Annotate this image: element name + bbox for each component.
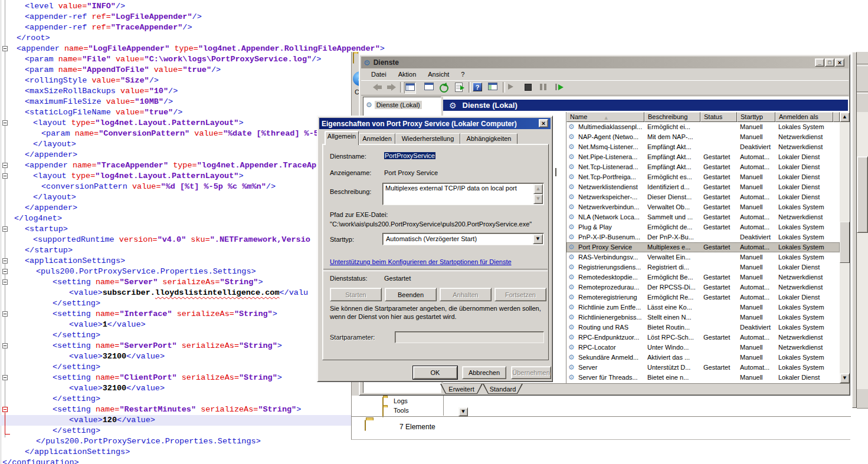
- code-line[interactable]: <appender name="TraceAppender" type="log…: [0, 160, 321, 171]
- column-header-starttyp[interactable]: Starttyp: [737, 112, 775, 122]
- code-line[interactable]: <appender name="LogFileAppender" type="l…: [0, 44, 385, 54]
- service-row[interactable]: ⚙NAP-Agent (Netwo...Mit dem NAP-...Manue…: [566, 132, 840, 142]
- code-line[interactable]: <layout type="log4net.Layout.PatternLayo…: [0, 171, 243, 182]
- column-header-anmelden-als[interactable]: Anmelden als: [775, 112, 833, 122]
- minimize-button[interactable]: _: [815, 58, 824, 67]
- code-line[interactable]: <puls200.PortProxyService.Properties.Set…: [0, 266, 256, 277]
- column-header-beschreibung[interactable]: Beschreibung: [644, 112, 700, 122]
- code-line[interactable]: <layout type="log4net.Layout.PatternLayo…: [0, 118, 243, 129]
- column-header-status[interactable]: Status: [700, 112, 737, 122]
- back-button[interactable]: ←: [353, 71, 359, 86]
- service-row[interactable]: ⚙Netzwerkverbindun...Verwaltet Ob...Gest…: [566, 202, 840, 212]
- code-line[interactable]: </layout>: [0, 139, 76, 150]
- explorer-scrollbar-thumb[interactable]: [857, 156, 868, 233]
- back-icon[interactable]: [373, 83, 382, 92]
- maximize-button[interactable]: □: [825, 58, 834, 67]
- code-line[interactable]: </layout>: [0, 192, 76, 203]
- code-line[interactable]: <value>subscriber.lloydslistintelligence…: [0, 288, 308, 298]
- service-row[interactable]: ⚙Multimediaklassenpl...Ermöglicht ei...M…: [566, 122, 840, 132]
- code-line[interactable]: <value>32100</value>: [0, 351, 165, 362]
- service-row[interactable]: ⚙Sekundäre Anmeld...Aktiviert das ...Man…: [566, 353, 840, 363]
- service-row[interactable]: ⚙Net.Tcp-Portfreiga...Ermöglicht es...Ge…: [566, 172, 840, 182]
- fold-marker[interactable]: [2, 258, 8, 264]
- fold-marker[interactable]: [2, 279, 8, 285]
- service-row[interactable]: ⚙Plug & PlayErmöglicht de...GestartetAut…: [566, 222, 840, 232]
- service-row[interactable]: ⚙RemoteregistrierungErmöglicht Re...Gest…: [566, 292, 840, 302]
- service-row[interactable]: ⚙Routing und RASBietet Routin...Deaktivi…: [566, 323, 840, 333]
- startparameter-input[interactable]: [395, 331, 544, 343]
- combo-dropdown-button[interactable]: ▼: [533, 234, 543, 244]
- column-header-name[interactable]: Name ▲: [566, 112, 644, 122]
- fold-marker[interactable]: [2, 311, 8, 317]
- table-scrollbar[interactable]: ▲ ▼: [840, 112, 850, 383]
- ok-button[interactable]: OK: [413, 366, 457, 379]
- code-line[interactable]: <setting name="Server" serializeAs="Stri…: [0, 277, 263, 288]
- beschreibung-field[interactable]: Multiplexes external TCP/IP data on loca…: [382, 183, 544, 205]
- code-line[interactable]: <setting name="ServerPort" serializeAs="…: [0, 341, 282, 351]
- code-line[interactable]: <rollingStyle value="Size"/>: [0, 75, 159, 86]
- close-button[interactable]: ×: [835, 58, 844, 67]
- code-line[interactable]: </puls200.PortProxyService.Properties.Se…: [0, 436, 261, 447]
- beenden-button[interactable]: Beenden: [385, 288, 437, 301]
- tab-standard[interactable]: Standard: [483, 384, 523, 394]
- properties-icon[interactable]: [424, 83, 434, 92]
- code-line[interactable]: <conversionPattern value="%d [%t] %-5p %…: [0, 182, 276, 192]
- starten-button[interactable]: Starten: [330, 288, 382, 301]
- fold-marker[interactable]: [2, 269, 8, 274]
- code-line[interactable]: <startup>: [0, 224, 68, 235]
- code-line[interactable]: <level value="INFO"/>: [0, 1, 125, 12]
- splitter-handle[interactable]: [555, 168, 556, 176]
- code-line[interactable]: </appender>: [0, 203, 77, 213]
- code-line[interactable]: <maxSizeRollBackups value="10"/>: [0, 86, 178, 97]
- code-line[interactable]: </setting>: [0, 298, 100, 309]
- service-row[interactable]: ⚙Richtlinie zum Entfe...Lässt eine Ko...…: [566, 302, 840, 312]
- service-row[interactable]: ⚙Net.Tcp-Listenerad...Empfängt Akt...Ges…: [566, 162, 840, 172]
- refresh-icon[interactable]: [440, 84, 448, 93]
- service-row[interactable]: ⚙Richtlinienergebniss...Stellt einen N..…: [566, 312, 840, 323]
- abbrechen-button[interactable]: Abbrechen: [462, 366, 506, 379]
- code-line[interactable]: </startup>: [0, 245, 73, 256]
- tree-item-dienste-lokal[interactable]: ⚙ Dienste (Lokal): [366, 101, 422, 109]
- fortsetzen-button[interactable]: Fortsetzen: [494, 288, 546, 301]
- service-row[interactable]: ⚙NLA (Network Loca...Sammelt und ...Gest…: [566, 212, 840, 222]
- code-line[interactable]: </log4net>: [0, 213, 62, 224]
- service-row[interactable]: ⚙ServerUnterstützt D...GestartetAutomat.…: [566, 363, 840, 373]
- dropdown-button[interactable]: ▼: [458, 407, 468, 416]
- services-titlebar[interactable]: ⚙ Dienste _ □ ×: [361, 57, 849, 68]
- code-line[interactable]: </applicationSettings>: [0, 447, 130, 458]
- anhalten-button[interactable]: Anhalten: [440, 288, 492, 301]
- help-icon[interactable]: ?: [473, 83, 482, 92]
- service-row[interactable]: ⚙RPC-Endpunktzuor...Löst RPC-Sch...Gesta…: [566, 333, 840, 343]
- code-line[interactable]: </setting>: [0, 426, 100, 436]
- extended-view-icon[interactable]: [488, 83, 497, 92]
- service-row[interactable]: ⚙RPC-LocatorUnter Windo...ManuellNetzwer…: [566, 343, 840, 353]
- code-line[interactable]: <applicationSettings>: [0, 256, 125, 266]
- fold-marker[interactable]: [2, 46, 8, 51]
- service-row[interactable]: ⚙Net.Pipe-Listenera...Empfängt Akt...Ges…: [566, 152, 840, 162]
- service-row[interactable]: ⚙Netzwerkspeicher-...Dieser Dienst...Ges…: [566, 192, 840, 202]
- code-line[interactable]: <setting name="Interface" serializeAs="S…: [0, 309, 277, 320]
- menu-datei[interactable]: Datei: [371, 71, 386, 78]
- service-row-selected[interactable]: ⚙Port Proxy ServiceMultiplexes e...Gesta…: [566, 242, 840, 252]
- forward-icon[interactable]: [387, 83, 396, 92]
- service-row[interactable]: ⚙Server für Threads...Bietet eine n...Ma…: [566, 373, 840, 383]
- folder-item-label[interactable]: Tools: [394, 407, 414, 414]
- fold-marker[interactable]: [2, 163, 8, 168]
- menu-hilfe[interactable]: ?: [461, 71, 464, 78]
- code-line[interactable]: </root>: [0, 33, 50, 44]
- service-row[interactable]: ⚙Net.Msmq-Listener...Empfängt Akt...Deak…: [566, 142, 840, 152]
- code-line[interactable]: <param name="AppendToFile" value="true"/…: [0, 65, 221, 75]
- tab-erweitert[interactable]: Erweitert: [440, 384, 483, 394]
- service-row[interactable]: ⚙Registrierungsdiens...Registriert di...…: [566, 262, 840, 272]
- code-line[interactable]: </setting>: [0, 394, 100, 404]
- code-line[interactable]: </setting>: [0, 362, 100, 373]
- scroll-up-button[interactable]: ▲: [840, 112, 850, 122]
- pause-service-icon[interactable]: [540, 84, 546, 93]
- service-row[interactable]: ⚙NetzwerklistendienstIdentifiziert d...G…: [566, 182, 840, 192]
- code-line[interactable]: <supportedRuntime version="v4.0" sku=".N…: [0, 235, 310, 245]
- code-line[interactable]: </setting>: [0, 330, 100, 341]
- folder-item-label[interactable]: Logs: [394, 397, 414, 404]
- stop-service-icon[interactable]: [525, 84, 532, 93]
- startoptions-help-link[interactable]: Unterstützung beim Konfigurieren der Sta…: [330, 258, 512, 265]
- scroll-down-button[interactable]: ▼: [533, 194, 543, 204]
